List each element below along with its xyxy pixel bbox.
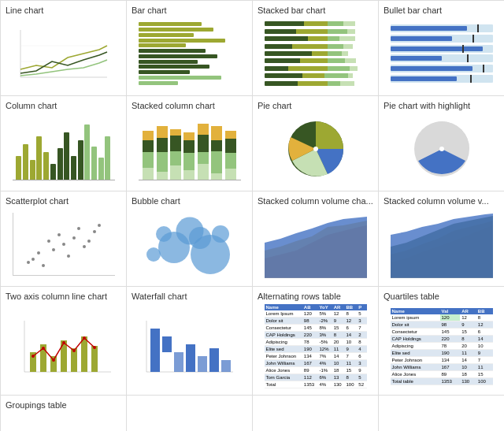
svg-rect-36 xyxy=(162,336,172,352)
chart-preview-bar xyxy=(132,18,247,89)
chart-label-groupings-table: Groupings table xyxy=(6,400,121,410)
chart-cell-bar[interactable]: Bar chart xyxy=(127,1,253,96)
chart-cell-empty3 xyxy=(379,396,504,431)
svg-point-27 xyxy=(42,347,45,350)
chart-cell-pie[interactable]: Pie chart xyxy=(253,96,379,191)
svg-point-31 xyxy=(83,336,86,340)
chart-cell-alternating-table[interactable]: Alternating rows table NameABYoYARBBP Lo… xyxy=(253,287,379,396)
chart-label-quartiles-table: Quartiles table xyxy=(384,292,499,301)
chart-cell-pie-highlight[interactable]: Pie chart with highlight xyxy=(379,96,504,191)
chart-label-stacked-vol2: Stacked column volume v... xyxy=(384,196,499,206)
svg-point-7 xyxy=(439,147,444,151)
chart-label-bar: Bar chart xyxy=(132,6,247,15)
chart-preview-two-axis xyxy=(6,304,121,388)
chart-label-pie: Pie chart xyxy=(258,101,373,110)
svg-rect-24 xyxy=(81,336,87,372)
svg-rect-25 xyxy=(91,346,98,372)
chart-preview-stacked-vol2 xyxy=(384,209,499,280)
chart-cell-waterfall[interactable]: Waterfall chart xyxy=(127,287,253,396)
chart-cell-stacked-bar[interactable]: Stacked bar chart xyxy=(253,1,379,96)
svg-rect-40 xyxy=(209,348,219,372)
svg-marker-10 xyxy=(265,217,367,278)
chart-label-column: Column chart xyxy=(6,101,121,110)
chart-cell-bullet-bar[interactable]: Bullet bar chart xyxy=(379,1,504,96)
chart-preview-column xyxy=(6,113,121,184)
chart-cell-empty1 xyxy=(127,396,253,431)
chart-cell-quartiles-table[interactable]: Quartiles table NameValARBB Lorem ipsum1… xyxy=(379,287,504,396)
svg-rect-41 xyxy=(221,360,231,372)
chart-label-two-axis: Two axis column line chart xyxy=(6,292,121,301)
chart-preview-stacked-vol xyxy=(258,209,373,280)
chart-cell-scatter[interactable]: Scatterplot chart xyxy=(1,191,127,287)
chart-preview-bubble xyxy=(132,209,247,280)
chart-cell-bubble[interactable]: Bubble chart xyxy=(127,191,253,287)
chart-label-stacked-column: Stacked column chart xyxy=(132,101,247,110)
chart-preview-pie-highlight xyxy=(384,113,499,184)
chart-cell-stacked-column[interactable]: Stacked column chart xyxy=(127,96,253,191)
svg-rect-38 xyxy=(186,344,195,372)
svg-point-30 xyxy=(72,349,76,352)
chart-preview-alternating-table: NameABYoYARBBP Lorem Ipsum1205%1285 Dolo… xyxy=(258,304,373,388)
svg-rect-35 xyxy=(150,329,160,372)
chart-preview-waterfall xyxy=(132,304,247,388)
chart-cell-two-axis[interactable]: Two axis column line chart xyxy=(1,287,127,396)
chart-cell-groupings-table[interactable]: Groupings table AMYoYYoYBBS Jim Flores91… xyxy=(1,396,127,431)
chart-cell-stacked-vol[interactable]: Stacked column volume cha... xyxy=(253,191,379,287)
chart-label-waterfall: Waterfall chart xyxy=(132,292,247,301)
chart-label-bubble: Bubble chart xyxy=(132,196,247,206)
svg-point-28 xyxy=(52,359,55,362)
chart-preview-bullet-bar xyxy=(384,18,499,89)
chart-label-pie-highlight: Pie chart with highlight xyxy=(384,101,499,110)
svg-point-5 xyxy=(313,147,318,151)
svg-point-32 xyxy=(93,346,96,349)
chart-preview-quartiles-table: NameValARBB Lorem ipsum120128 Dolor sit9… xyxy=(384,304,499,388)
chart-cell-line[interactable]: Line chart xyxy=(1,1,127,96)
chart-preview-stacked-column xyxy=(132,113,247,184)
chart-label-line: Line chart xyxy=(6,6,121,15)
chart-label-stacked-bar: Stacked bar chart xyxy=(258,6,373,15)
chart-preview-pie xyxy=(258,113,373,184)
svg-marker-15 xyxy=(391,214,493,278)
chart-preview-stacked-bar xyxy=(258,18,373,89)
svg-rect-39 xyxy=(198,356,207,372)
chart-cell-stacked-vol2[interactable]: Stacked column volume v... xyxy=(379,191,504,287)
chart-label-alternating-table: Alternating rows table xyxy=(258,292,373,301)
chart-cell-empty2 xyxy=(253,396,379,431)
chart-cell-column[interactable]: Column chart xyxy=(1,96,127,191)
svg-point-26 xyxy=(32,355,35,358)
chart-gallery: Line chart Bar chart xyxy=(0,0,504,431)
chart-preview-groupings-table: AMYoYYoYBBS Jim Flores9175110 Jim Torres… xyxy=(6,413,121,431)
chart-preview-scatter xyxy=(6,209,121,280)
svg-point-29 xyxy=(62,341,65,344)
chart-label-scatter: Scatterplot chart xyxy=(6,196,121,206)
chart-label-bullet-bar: Bullet bar chart xyxy=(384,6,499,15)
chart-label-stacked-vol: Stacked column volume cha... xyxy=(258,196,373,206)
chart-preview-line xyxy=(6,18,121,89)
svg-rect-37 xyxy=(174,352,183,372)
